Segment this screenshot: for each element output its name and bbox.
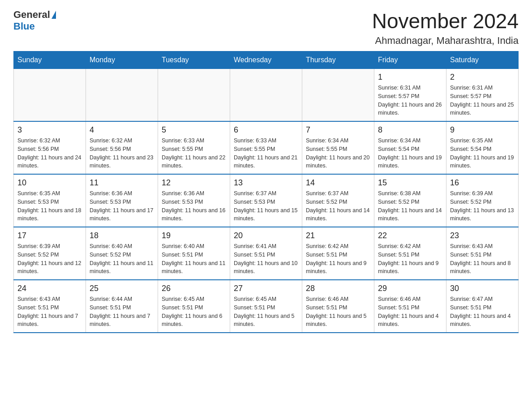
day-info: Sunrise: 6:36 AM Sunset: 5:53 PM Dayligh… (162, 189, 226, 223)
day-number: 19 (162, 231, 226, 240)
calendar-week-row: 17Sunrise: 6:39 AM Sunset: 5:52 PM Dayli… (14, 227, 519, 280)
calendar-cell: 12Sunrise: 6:36 AM Sunset: 5:53 PM Dayli… (158, 174, 230, 227)
day-number: 5 (162, 125, 226, 135)
logo: General Blue (13, 9, 56, 32)
day-number: 18 (90, 231, 154, 240)
day-info: Sunrise: 6:46 AM Sunset: 5:51 PM Dayligh… (306, 295, 370, 329)
day-number: 20 (234, 231, 298, 240)
day-info: Sunrise: 6:36 AM Sunset: 5:53 PM Dayligh… (90, 189, 154, 223)
day-number: 23 (450, 231, 515, 240)
day-of-week-header: Sunday (14, 51, 86, 69)
calendar-cell: 10Sunrise: 6:35 AM Sunset: 5:53 PM Dayli… (14, 174, 86, 227)
calendar-cell: 15Sunrise: 6:38 AM Sunset: 5:52 PM Dayli… (374, 174, 446, 227)
day-number: 28 (306, 284, 370, 293)
calendar-week-row: 24Sunrise: 6:43 AM Sunset: 5:51 PM Dayli… (14, 280, 519, 333)
calendar-cell: 14Sunrise: 6:37 AM Sunset: 5:52 PM Dayli… (302, 174, 374, 227)
calendar-cell: 18Sunrise: 6:40 AM Sunset: 5:52 PM Dayli… (86, 227, 158, 280)
day-info: Sunrise: 6:42 AM Sunset: 5:51 PM Dayligh… (306, 242, 370, 276)
calendar-cell (158, 69, 230, 122)
calendar-cell: 2Sunrise: 6:31 AM Sunset: 5:57 PM Daylig… (446, 69, 519, 122)
day-number: 2 (450, 73, 515, 82)
calendar-cell: 9Sunrise: 6:35 AM Sunset: 5:54 PM Daylig… (446, 121, 519, 174)
calendar-cell (302, 69, 374, 122)
day-info: Sunrise: 6:40 AM Sunset: 5:51 PM Dayligh… (162, 242, 226, 276)
calendar-cell: 11Sunrise: 6:36 AM Sunset: 5:53 PM Dayli… (86, 174, 158, 227)
calendar-cell: 25Sunrise: 6:44 AM Sunset: 5:51 PM Dayli… (86, 280, 158, 333)
calendar-cell: 4Sunrise: 6:32 AM Sunset: 5:56 PM Daylig… (86, 121, 158, 174)
calendar-cell: 8Sunrise: 6:34 AM Sunset: 5:54 PM Daylig… (374, 121, 446, 174)
day-info: Sunrise: 6:32 AM Sunset: 5:56 PM Dayligh… (17, 137, 82, 170)
day-number: 26 (162, 284, 226, 293)
calendar-cell: 5Sunrise: 6:33 AM Sunset: 5:55 PM Daylig… (158, 121, 230, 174)
day-of-week-header: Tuesday (158, 51, 230, 69)
day-info: Sunrise: 6:37 AM Sunset: 5:53 PM Dayligh… (234, 189, 298, 223)
day-number: 24 (17, 284, 82, 293)
calendar-cell: 3Sunrise: 6:32 AM Sunset: 5:56 PM Daylig… (14, 121, 86, 174)
calendar-cell: 28Sunrise: 6:46 AM Sunset: 5:51 PM Dayli… (302, 280, 374, 333)
month-title: November 2024 (372, 9, 519, 33)
calendar-header-row: SundayMondayTuesdayWednesdayThursdayFrid… (14, 51, 519, 69)
calendar-table: SundayMondayTuesdayWednesdayThursdayFrid… (13, 51, 519, 333)
day-number: 27 (234, 284, 298, 293)
day-number: 15 (378, 178, 442, 188)
day-info: Sunrise: 6:35 AM Sunset: 5:53 PM Dayligh… (17, 189, 82, 223)
day-info: Sunrise: 6:45 AM Sunset: 5:51 PM Dayligh… (162, 295, 226, 329)
day-info: Sunrise: 6:46 AM Sunset: 5:51 PM Dayligh… (378, 295, 442, 329)
logo-arrow-icon (51, 11, 56, 19)
calendar-cell: 24Sunrise: 6:43 AM Sunset: 5:51 PM Dayli… (14, 280, 86, 333)
day-info: Sunrise: 6:44 AM Sunset: 5:51 PM Dayligh… (90, 295, 154, 329)
page-header: General Blue November 2024 Ahmadnagar, M… (13, 9, 519, 47)
calendar-cell: 7Sunrise: 6:34 AM Sunset: 5:55 PM Daylig… (302, 121, 374, 174)
day-info: Sunrise: 6:35 AM Sunset: 5:54 PM Dayligh… (450, 137, 515, 170)
calendar-cell: 21Sunrise: 6:42 AM Sunset: 5:51 PM Dayli… (302, 227, 374, 280)
logo-general-text: General (13, 9, 50, 21)
day-info: Sunrise: 6:47 AM Sunset: 5:51 PM Dayligh… (450, 295, 515, 329)
day-number: 29 (378, 284, 442, 293)
day-info: Sunrise: 6:45 AM Sunset: 5:51 PM Dayligh… (234, 295, 298, 329)
day-number: 4 (90, 125, 154, 135)
calendar-week-row: 10Sunrise: 6:35 AM Sunset: 5:53 PM Dayli… (14, 174, 519, 227)
day-info: Sunrise: 6:31 AM Sunset: 5:57 PM Dayligh… (450, 84, 515, 117)
day-info: Sunrise: 6:31 AM Sunset: 5:57 PM Dayligh… (378, 84, 442, 117)
day-info: Sunrise: 6:33 AM Sunset: 5:55 PM Dayligh… (234, 137, 298, 170)
day-number: 13 (234, 178, 298, 188)
day-info: Sunrise: 6:39 AM Sunset: 5:52 PM Dayligh… (450, 189, 515, 223)
day-info: Sunrise: 6:34 AM Sunset: 5:54 PM Dayligh… (378, 137, 442, 170)
day-info: Sunrise: 6:33 AM Sunset: 5:55 PM Dayligh… (162, 137, 226, 170)
logo-blue-text: Blue (13, 21, 35, 32)
day-number: 8 (378, 125, 442, 135)
day-info: Sunrise: 6:34 AM Sunset: 5:55 PM Dayligh… (306, 137, 370, 170)
day-number: 21 (306, 231, 370, 240)
calendar-cell: 16Sunrise: 6:39 AM Sunset: 5:52 PM Dayli… (446, 174, 519, 227)
day-info: Sunrise: 6:32 AM Sunset: 5:56 PM Dayligh… (90, 137, 154, 170)
calendar-cell (86, 69, 158, 122)
calendar-cell: 23Sunrise: 6:43 AM Sunset: 5:51 PM Dayli… (446, 227, 519, 280)
title-section: November 2024 Ahmadnagar, Maharashtra, I… (372, 9, 519, 47)
day-of-week-header: Monday (86, 51, 158, 69)
calendar-cell: 26Sunrise: 6:45 AM Sunset: 5:51 PM Dayli… (158, 280, 230, 333)
calendar-cell: 19Sunrise: 6:40 AM Sunset: 5:51 PM Dayli… (158, 227, 230, 280)
day-number: 7 (306, 125, 370, 135)
day-number: 9 (450, 125, 515, 135)
calendar-cell: 20Sunrise: 6:41 AM Sunset: 5:51 PM Dayli… (230, 227, 302, 280)
day-info: Sunrise: 6:43 AM Sunset: 5:51 PM Dayligh… (17, 295, 82, 329)
day-info: Sunrise: 6:37 AM Sunset: 5:52 PM Dayligh… (306, 189, 370, 223)
day-number: 25 (90, 284, 154, 293)
calendar-week-row: 1Sunrise: 6:31 AM Sunset: 5:57 PM Daylig… (14, 69, 519, 122)
day-number: 11 (90, 178, 154, 188)
calendar-cell: 17Sunrise: 6:39 AM Sunset: 5:52 PM Dayli… (14, 227, 86, 280)
day-info: Sunrise: 6:39 AM Sunset: 5:52 PM Dayligh… (17, 242, 82, 276)
day-info: Sunrise: 6:40 AM Sunset: 5:52 PM Dayligh… (90, 242, 154, 276)
day-of-week-header: Saturday (446, 51, 519, 69)
calendar-cell: 30Sunrise: 6:47 AM Sunset: 5:51 PM Dayli… (446, 280, 519, 333)
calendar-cell: 29Sunrise: 6:46 AM Sunset: 5:51 PM Dayli… (374, 280, 446, 333)
day-number: 3 (17, 125, 82, 135)
calendar-cell: 1Sunrise: 6:31 AM Sunset: 5:57 PM Daylig… (374, 69, 446, 122)
calendar-cell: 27Sunrise: 6:45 AM Sunset: 5:51 PM Dayli… (230, 280, 302, 333)
day-of-week-header: Thursday (302, 51, 374, 69)
calendar-cell (14, 69, 86, 122)
day-info: Sunrise: 6:43 AM Sunset: 5:51 PM Dayligh… (450, 242, 515, 276)
day-number: 10 (17, 178, 82, 188)
calendar-cell: 13Sunrise: 6:37 AM Sunset: 5:53 PM Dayli… (230, 174, 302, 227)
day-info: Sunrise: 6:42 AM Sunset: 5:51 PM Dayligh… (378, 242, 442, 276)
